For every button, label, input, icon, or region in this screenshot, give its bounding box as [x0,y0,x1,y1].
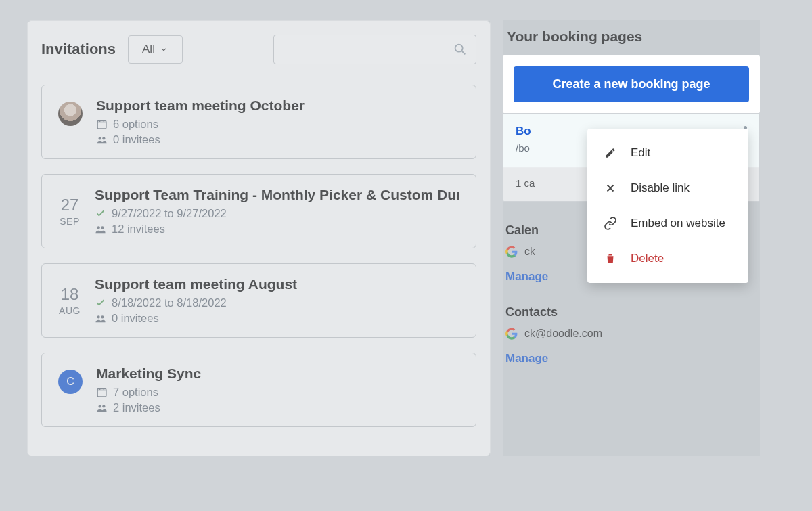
invitation-date: 18 AUG [58,276,81,325]
invitees-icon [96,134,108,146]
invitation-title: Support Team Training - Monthly Picker &… [95,187,459,203]
svg-rect-1 [97,121,106,129]
manage-calendars-link[interactable]: Manage [505,270,548,284]
link-icon [604,217,617,230]
date-range-text: 8/18/2022 to 8/18/2022 [112,296,227,309]
invitation-card[interactable]: Support team meeting October 6 options 0… [41,85,476,159]
svg-rect-8 [97,389,106,397]
invitees-text: 2 invitees [113,401,160,414]
invitation-title: Marketing Sync [96,365,459,382]
calendar-icon [96,386,108,398]
menu-label: Delete [631,252,664,265]
menu-item-embed[interactable]: Embed on website [587,206,748,241]
create-booking-page-button[interactable]: Create a new booking page [514,66,749,102]
date-day: 27 [61,196,79,215]
svg-point-7 [101,315,104,318]
invitees-icon [96,402,108,414]
trash-icon [604,252,617,265]
invitees-text: 12 invitees [112,223,165,236]
invitation-title: Support team meeting August [95,276,459,292]
svg-point-4 [97,226,100,229]
invitation-body: Support Team Training - Monthly Picker &… [95,187,459,236]
contact-account-row: ck@doodle.com [503,326,760,341]
invitations-title: Invitations [41,41,116,58]
svg-point-5 [101,226,104,229]
cta-wrap: Create a new booking page [503,55,760,113]
svg-point-3 [102,137,105,139]
options-text: 7 options [113,386,158,399]
svg-point-10 [102,405,105,407]
menu-label: Disable link [631,181,690,195]
menu-label: Embed on website [631,217,725,230]
booking-pages-heading: Your booking pages [507,28,760,45]
invitation-card[interactable]: C Marketing Sync 7 options 2 invitees [41,353,476,427]
calendar-icon [96,118,108,130]
invitation-body: Support team meeting August 8/18/2022 to… [95,276,459,325]
invitation-date: 27 SEP [58,187,81,236]
calendar-account-email: ck [524,246,535,258]
booking-page-context-menu: Edit Disable link Embed on website Delet… [587,129,748,283]
google-icon [505,246,518,258]
filter-all-dropdown[interactable]: All [128,35,183,64]
manage-contacts-link[interactable]: Manage [505,352,548,365]
contact-account-email: ck@doodle.com [524,328,602,340]
menu-label: Edit [631,146,650,160]
menu-item-edit[interactable]: Edit [587,135,748,171]
organizer-avatar-letter: C [58,370,83,394]
invitation-title: Support team meeting October [96,97,459,114]
invitations-header: Invitations All [41,35,476,64]
invitation-body: Support team meeting October 6 options 0… [96,97,459,146]
search-input[interactable] [282,43,453,55]
date-day: 18 [61,285,79,304]
invitees-text: 0 invitees [112,312,159,325]
menu-item-delete[interactable]: Delete [587,241,748,276]
search-field[interactable] [273,35,476,64]
svg-point-6 [97,315,100,318]
filter-label: All [142,43,155,56]
organizer-avatar [58,102,83,126]
date-range-text: 9/27/2022 to 9/27/2022 [112,207,227,220]
invitees-icon [95,223,106,235]
options-text: 6 options [113,118,158,131]
check-icon [95,208,106,219]
svg-point-0 [455,45,463,52]
date-month: SEP [60,216,80,227]
svg-point-2 [99,137,102,139]
menu-item-disable-link[interactable]: Disable link [587,171,748,206]
invitation-card[interactable]: 18 AUG Support team meeting August 8/18/… [41,263,476,338]
invitations-panel: Invitations All Support team meeting Oct… [27,20,491,456]
google-icon [505,328,518,340]
close-icon [604,182,617,194]
invitation-card[interactable]: 27 SEP Support Team Training - Monthly P… [41,174,476,248]
invitees-text: 0 invitees [113,133,160,146]
invitees-icon [95,313,106,324]
chevron-down-icon [159,45,168,54]
contacts-heading: Contacts [505,305,760,319]
svg-point-9 [99,405,102,407]
date-month: AUG [59,305,81,316]
check-icon [95,297,106,309]
pencil-icon [604,147,617,159]
invitation-body: Marketing Sync 7 options 2 invitees [96,365,459,414]
search-icon [453,42,468,57]
